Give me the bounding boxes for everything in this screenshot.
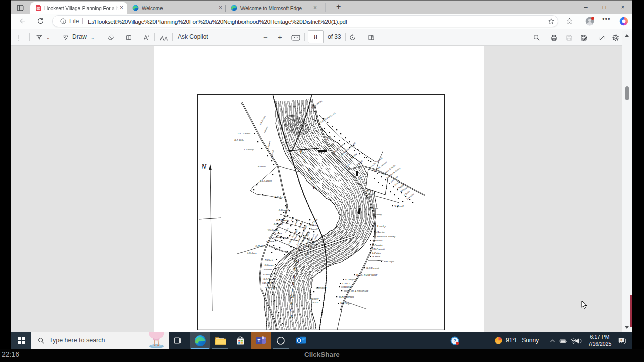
svg-text:T.Rainey: T.Rainey [373, 213, 382, 216]
svg-text:H.C.Carbee: H.C.Carbee [237, 132, 251, 135]
svg-text:E.J.Rand: E.J.Rand [272, 232, 282, 235]
svg-text:W.J.Stevens: W.J.Stevens [268, 229, 279, 231]
svg-text:T.M.Toqus: T.M.Toqus [384, 260, 394, 263]
svg-text:F.C.Toots: F.C.Toots [308, 224, 317, 226]
svg-text:S.Mitchell: S.Mitchell [372, 239, 383, 242]
svg-text:SCHOOL: SCHOOL [341, 286, 351, 288]
svg-text:R.Brickell: R.Brickell [263, 273, 274, 276]
svg-text:DEPOT: DEPOT [311, 301, 319, 304]
svg-text:T: T [258, 338, 261, 343]
svg-text:J.Thompson: J.Thompson [265, 286, 277, 289]
svg-text:B.J. Gile: B.J. Gile [234, 139, 244, 141]
svg-text:CONG. CH. & PARSONAGE: CONG. CH. & PARSONAGE [344, 290, 369, 292]
svg-text:O.Dauyelde: O.Dauyelde [345, 278, 358, 281]
svg-text:H.C.Carbee: H.C.Carbee [259, 179, 272, 182]
svg-text:Sawmill: Sawmill [311, 228, 318, 230]
svg-text:J.Dutton: J.Dutton [266, 240, 275, 243]
svg-text:L.Patten: L.Patten [372, 252, 381, 254]
svg-text:N.Stevens: N.Stevens [264, 264, 274, 266]
svg-text:O.J.Prescott: O.J.Prescott [263, 278, 276, 280]
svg-text:N: N [201, 163, 207, 171]
svg-text:Larrabee & Nutting: Larrabee & Nutting [375, 235, 396, 238]
svg-text:E.Goedell: E.Goedell [278, 209, 289, 211]
svg-text:L.Landry: L.Landry [374, 225, 386, 228]
svg-text:J.W.Prescott: J.W.Prescott [372, 248, 385, 250]
svg-text:O.C.Prescott: O.C.Prescott [366, 267, 380, 269]
svg-text:J.Ordway: J.Ordway [247, 252, 257, 254]
svg-text:C.H.Wheeler: C.H.Wheeler [276, 219, 289, 221]
svg-text:M: M [289, 294, 294, 299]
svg-text:G.Tabb: G.Tabb [371, 207, 378, 210]
svg-text:W.Davis: W.Davis [257, 165, 266, 168]
svg-text:C.Hobbs: C.Hobbs [255, 245, 264, 247]
svg-text:?: ? [453, 338, 456, 343]
svg-text:N.P.Gage: N.P.Gage [340, 302, 351, 305]
svg-text:J.Rovall: J.Rovall [367, 193, 375, 195]
svg-text:J.T.Morey: J.T.Morey [244, 148, 254, 151]
svg-text:I.O.O.F.: I.O.O.F. [342, 282, 351, 285]
svg-text:A: A [289, 301, 293, 306]
svg-text:C.CHURCH: C.CHURCH [316, 287, 327, 289]
svg-text:N.K.Lawrence: N.K.Lawrence [268, 236, 283, 239]
svg-text:S.Head: S.Head [394, 205, 404, 208]
svg-text:B.Rowell: B.Rowell [274, 223, 283, 225]
svg-text:G.Colby: G.Colby [274, 196, 283, 198]
svg-text:S.D.McAfee: S.D.McAfee [262, 282, 275, 284]
svg-text:J.Larine: J.Larine [376, 231, 385, 233]
svg-text:N.Clark: N.Clark [264, 259, 273, 261]
svg-text:J.Putnam: J.Putnam [262, 268, 272, 271]
svg-text:3: 3 [620, 338, 622, 342]
svg-text:W.Mack: W.Mack [372, 255, 381, 258]
svg-text:FREIGHT: FREIGHT [309, 298, 319, 300]
svg-text:Head's PAINT SHOP: Head's PAINT SHOP [356, 274, 377, 276]
svg-text:PDF: PDF [36, 8, 40, 10]
svg-text:W.H.Otterson: W.H.Otterson [339, 295, 354, 298]
svg-text:D.Paaslee: D.Paaslee [372, 244, 383, 246]
svg-text:M.Tufts: M.Tufts [366, 189, 373, 192]
